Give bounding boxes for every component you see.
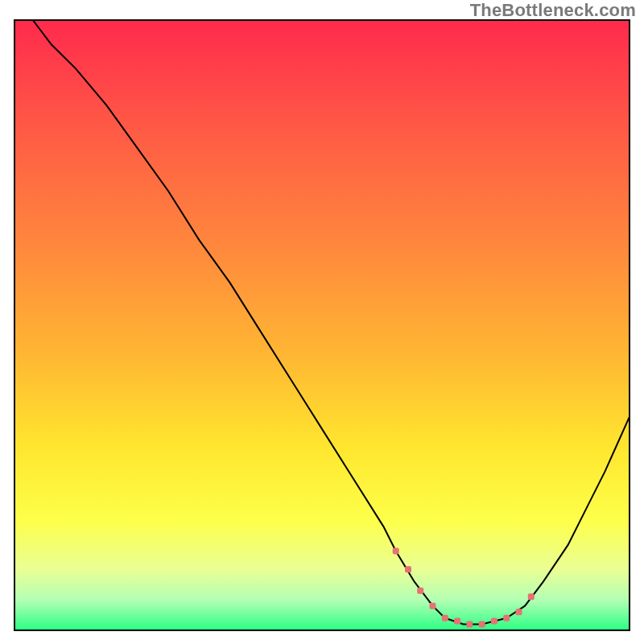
valley-marker: [503, 615, 510, 621]
valley-marker: [417, 588, 423, 594]
bottleneck-chart: [0, 0, 644, 644]
valley-marker: [405, 566, 411, 572]
valley-marker: [430, 603, 436, 609]
valley-marker: [442, 615, 448, 621]
valley-marker: [528, 593, 535, 600]
valley-marker: [516, 609, 522, 615]
valley-marker: [466, 621, 473, 627]
chart-container: TheBottleneck.com: [0, 0, 644, 644]
watermark-text: TheBottleneck.com: [470, 0, 636, 21]
valley-marker: [454, 618, 460, 625]
valley-marker: [393, 548, 399, 555]
valley-marker: [491, 618, 497, 625]
plot-background: [14, 20, 630, 630]
valley-marker: [479, 621, 485, 627]
